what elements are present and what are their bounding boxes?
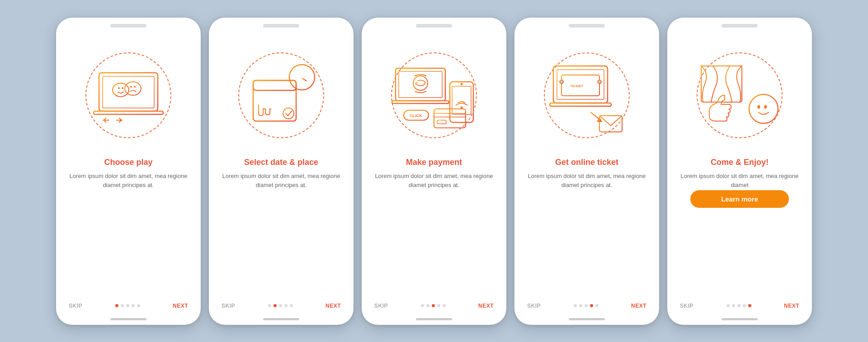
card-title-4: Get online ticket <box>555 158 618 167</box>
dot-1-5 <box>137 304 140 307</box>
dots-row-5 <box>726 304 751 307</box>
next-button-5[interactable]: NEXT <box>784 303 799 309</box>
card-title-1: Choose play <box>104 158 152 167</box>
dots-row-2 <box>268 304 293 307</box>
card-body-2: Lorem ipsum dolor sit dim amet, mea regi… <box>220 172 343 191</box>
phone-card-3: CLICK Make payment Lorem ipsum dolor sit… <box>362 18 506 325</box>
dot-4-5 <box>595 304 599 307</box>
skip-button-3[interactable]: SKIP <box>374 303 388 309</box>
dashed-circle-3 <box>391 52 477 138</box>
dot-5-2 <box>732 304 735 307</box>
phone-card-4: TICKET Get online ticket Lorem ipsum dol… <box>514 18 659 325</box>
dot-3-2 <box>426 304 429 307</box>
dot-1-4 <box>132 304 135 307</box>
phone-content-2: Select date & place Lorem ipsum dolor si… <box>209 28 354 297</box>
skip-button-4[interactable]: SKIP <box>527 303 541 309</box>
phone-card-2: Select date & place Lorem ipsum dolor si… <box>209 18 354 325</box>
home-bar-5 <box>722 318 758 320</box>
dot-3-3 <box>432 304 435 307</box>
phone-content-4: TICKET Get online ticket Lorem ipsum dol… <box>514 28 659 297</box>
dot-2-4 <box>284 304 288 307</box>
illustration-4: TICKET <box>537 37 637 154</box>
home-bar-1 <box>110 318 146 320</box>
dot-4-1 <box>574 304 577 307</box>
phone-card-1: Choose play Lorem ipsum dolor sit dim am… <box>56 18 201 325</box>
dot-5-4 <box>743 304 746 307</box>
phone-content-5: Come & Enjoy! Lorem ipsum dolor sit dim … <box>667 28 812 297</box>
next-button-3[interactable]: NEXT <box>478 303 494 309</box>
dot-5-5 <box>748 304 751 307</box>
dot-3-5 <box>443 304 446 307</box>
phone-notch-2 <box>263 24 299 28</box>
dashed-circle-4 <box>544 52 630 138</box>
phone-bottom-3: SKIP NEXT <box>362 297 506 316</box>
screens-container: Choose play Lorem ipsum dolor sit dim am… <box>38 4 830 338</box>
dot-4-2 <box>579 304 582 307</box>
phone-content-3: CLICK Make payment Lorem ipsum dolor sit… <box>362 28 506 297</box>
nav-row-4: SKIP NEXT <box>525 302 648 310</box>
skip-button-1[interactable]: SKIP <box>69 303 82 309</box>
dot-2-5 <box>290 304 293 307</box>
learn-more-button[interactable]: Learn more <box>690 190 789 208</box>
card-title-3: Make payment <box>406 158 462 167</box>
illustration-5 <box>690 37 789 154</box>
dot-3-1 <box>421 304 424 307</box>
card-title-5: Come & Enjoy! <box>711 158 769 167</box>
phone-card-5: Come & Enjoy! Lorem ipsum dolor sit dim … <box>667 18 812 325</box>
dot-2-2 <box>274 304 277 307</box>
home-bar-4 <box>569 318 605 320</box>
illustration-1 <box>79 37 178 154</box>
dot-4-3 <box>585 304 588 307</box>
phone-bottom-2: SKIP NEXT <box>209 297 354 316</box>
nav-row-5: SKIP NEXT <box>678 302 801 310</box>
next-button-1[interactable]: NEXT <box>173 303 188 309</box>
card-title-2: Select date & place <box>244 158 318 167</box>
next-button-2[interactable]: NEXT <box>326 303 341 309</box>
dots-row-4 <box>574 304 599 307</box>
nav-row-2: SKIP NEXT <box>220 302 343 310</box>
skip-button-5[interactable]: SKIP <box>680 303 693 309</box>
phone-notch-4 <box>569 24 605 28</box>
home-bar-3 <box>416 318 452 320</box>
dot-3-4 <box>437 304 440 307</box>
dot-2-1 <box>268 304 271 307</box>
home-bar-2 <box>263 318 299 320</box>
nav-row-3: SKIP NEXT <box>373 302 495 310</box>
card-body-4: Lorem ipsum dolor sit dim amet, mea regi… <box>525 172 648 191</box>
dots-row-3 <box>421 304 446 307</box>
next-button-4[interactable]: NEXT <box>631 303 646 309</box>
dot-1-1 <box>115 304 118 307</box>
dot-5-3 <box>737 304 741 307</box>
phone-notch <box>110 24 146 28</box>
dashed-circle-5 <box>697 52 783 138</box>
illustration-3: CLICK <box>384 37 484 154</box>
phone-bottom-5: SKIP NEXT <box>667 297 812 316</box>
phone-content-1: Choose play Lorem ipsum dolor sit dim am… <box>56 28 201 297</box>
dot-2-3 <box>279 304 282 307</box>
dashed-circle-1 <box>85 52 171 138</box>
phone-bottom-4: SKIP NEXT <box>514 297 659 316</box>
dot-1-3 <box>126 304 129 307</box>
phone-notch-3 <box>416 24 452 28</box>
phone-notch-5 <box>722 24 758 28</box>
card-body-3: Lorem ipsum dolor sit dim amet, mea regi… <box>373 172 495 191</box>
skip-button-2[interactable]: SKIP <box>222 303 235 309</box>
illustration-2 <box>231 37 331 154</box>
dot-5-1 <box>726 304 730 307</box>
phone-bottom-1: SKIP NEXT <box>56 297 201 316</box>
dot-4-4 <box>590 304 593 307</box>
dot-1-2 <box>121 304 124 307</box>
card-body-1: Lorem ipsum dolor sit dim amet, mea regi… <box>67 172 190 191</box>
dots-row-1 <box>115 304 140 307</box>
dashed-circle-2 <box>238 52 324 138</box>
card-body-5: Lorem ipsum dolor sit dim amet, mea regi… <box>678 172 801 191</box>
nav-row-1: SKIP NEXT <box>67 302 190 310</box>
